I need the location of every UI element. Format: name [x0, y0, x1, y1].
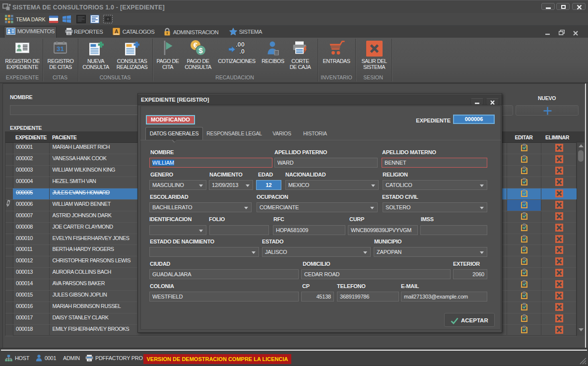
svg-text:.0: .0	[239, 48, 245, 55]
svg-text:A: A	[115, 29, 118, 34]
svg-text:31: 31	[57, 45, 65, 53]
svg-text:$: $	[198, 46, 203, 55]
svg-text:.00: .00	[236, 41, 245, 48]
